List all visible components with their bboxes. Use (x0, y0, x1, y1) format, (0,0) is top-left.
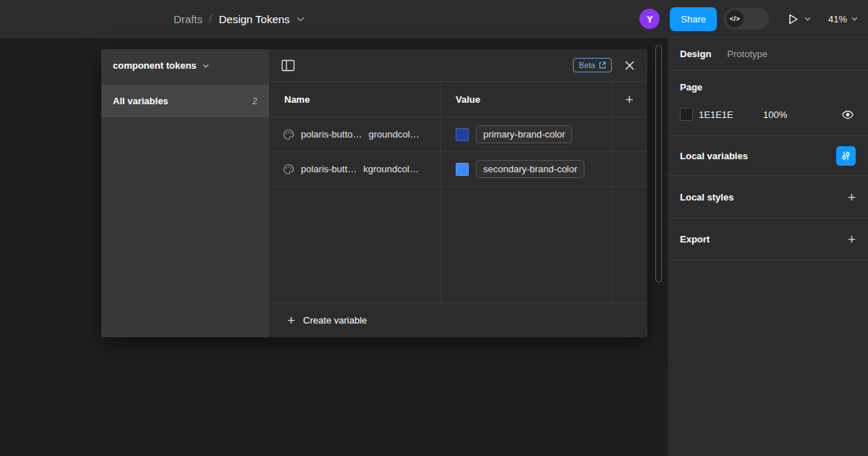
beta-badge[interactable]: Beta (573, 58, 612, 72)
local-variables-section: Local variables (668, 136, 868, 176)
vertical-scrollbar[interactable] (655, 45, 662, 282)
local-styles-section: Local styles + (668, 176, 868, 219)
export-label: Export (680, 234, 710, 245)
palette-icon (283, 129, 294, 140)
create-variable-button[interactable]: + Create variable (270, 303, 647, 337)
plus-icon: + (848, 232, 856, 247)
table-header: Name Value + (270, 82, 647, 117)
local-styles-label: Local styles (680, 192, 733, 203)
table-row[interactable]: polaris-butt… kgroundcol… secondary-bran… (270, 152, 647, 187)
zoom-level: 41% (828, 14, 847, 25)
dev-mode-toggle[interactable]: </> (724, 8, 769, 30)
sliders-icon (841, 151, 851, 161)
column-divider (611, 82, 612, 303)
page-color-row: 1E1E1E 100% (680, 108, 856, 121)
local-variables-label: Local variables (680, 151, 748, 161)
breadcrumb: Drafts / Design Tokens (174, 0, 305, 38)
plus-icon: + (848, 190, 856, 205)
table-empty-area (270, 187, 647, 303)
topbar-actions: Y Share </> 41% (639, 0, 858, 38)
variable-name-start: polaris-butt… (301, 164, 357, 174)
present-button[interactable] (786, 12, 811, 26)
close-icon[interactable] (624, 59, 636, 72)
add-style-button[interactable]: + (848, 190, 856, 204)
variables-modal: component tokens All variables 2 Beta (101, 49, 647, 337)
variables-table-panel: Beta Name Value + polaris-butto… (270, 49, 647, 337)
variable-name-cell[interactable]: polaris-butto… groundcol… (270, 129, 440, 140)
breadcrumb-parent[interactable]: Drafts (174, 13, 203, 25)
page-section: Page 1E1E1E 100% (668, 71, 868, 136)
avatar[interactable]: Y (639, 9, 660, 29)
play-icon (786, 12, 800, 26)
page-section-title: Page (680, 82, 856, 93)
variable-value-cell: primary-brand-color (440, 125, 611, 143)
variable-name-end: kgroundcol… (363, 164, 419, 174)
sidebar-item-all-variables[interactable]: All variables 2 (101, 85, 269, 117)
collection-dropdown[interactable]: component tokens (101, 49, 269, 82)
beta-label: Beta (579, 61, 595, 69)
add-export-button[interactable]: + (848, 232, 856, 246)
eye-icon[interactable] (841, 110, 854, 119)
toggle-sidebar-icon[interactable] (281, 59, 295, 72)
variable-value-pill[interactable]: primary-brand-color (476, 125, 572, 143)
zoom-menu[interactable]: 41% (828, 14, 858, 25)
chevron-down-icon (851, 17, 858, 21)
all-variables-label: All variables (113, 96, 169, 106)
color-swatch[interactable] (456, 128, 469, 141)
chevron-down-icon (804, 17, 811, 21)
topbar: Drafts / Design Tokens Y Share </> 41% (0, 0, 868, 38)
color-swatch[interactable] (456, 163, 469, 176)
open-variables-button[interactable] (836, 146, 856, 166)
variable-value-cell: secondary-brand-color (440, 160, 611, 178)
all-variables-count: 2 (252, 96, 258, 106)
plus-icon: + (287, 313, 295, 327)
variables-toolbar: Beta (270, 49, 647, 82)
chevron-down-icon (203, 64, 209, 68)
inspector-tabs: Design Prototype (668, 38, 868, 71)
dev-mode-icon: </> (726, 10, 744, 28)
breadcrumb-separator: / (209, 12, 212, 25)
plus-icon: + (625, 93, 633, 106)
table-row[interactable]: polaris-butto… groundcol… primary-brand-… (270, 117, 647, 152)
export-section: Export + (668, 219, 868, 260)
collection-name: component tokens (113, 60, 197, 71)
add-variable-column-button[interactable]: + (611, 93, 647, 106)
tab-prototype[interactable]: Prototype (727, 48, 767, 59)
column-divider (440, 82, 441, 303)
page-color-hex[interactable]: 1E1E1E (699, 109, 733, 120)
column-header-name: Name (270, 94, 440, 105)
variables-modal-sidebar: component tokens All variables 2 (101, 49, 270, 337)
inspector-panel: Design Prototype Page 1E1E1E 100% Local … (667, 38, 868, 456)
variable-name-start: polaris-butto… (301, 129, 362, 140)
chevron-down-icon[interactable] (297, 17, 305, 22)
share-button[interactable]: Share (670, 7, 717, 31)
variable-value-pill[interactable]: secondary-brand-color (476, 160, 584, 178)
page-color-swatch[interactable] (680, 108, 693, 121)
variable-name-end: groundcol… (369, 129, 420, 140)
page-opacity-value[interactable]: 100% (763, 109, 787, 120)
column-header-value: Value (440, 94, 611, 105)
palette-icon (283, 164, 294, 175)
tab-design[interactable]: Design (680, 48, 711, 59)
create-variable-label: Create variable (303, 315, 367, 326)
variable-name-cell[interactable]: polaris-butt… kgroundcol… (270, 164, 440, 175)
file-name[interactable]: Design Tokens (218, 13, 289, 25)
external-link-icon (599, 62, 606, 69)
